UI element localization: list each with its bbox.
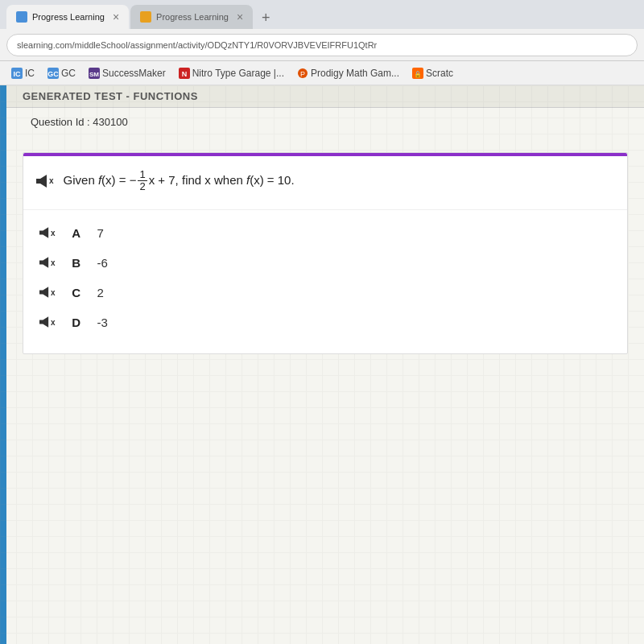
address-bar: slearning.com/middleSchool/assignment/ac…	[0, 29, 644, 61]
option-a-value: 7	[97, 226, 104, 240]
svg-text:P: P	[300, 70, 305, 78]
bookmark-prodigy-icon: P	[297, 68, 308, 79]
svg-marker-12	[36, 175, 47, 188]
svg-marker-15	[39, 287, 48, 298]
question-id-value: 430100	[93, 116, 127, 128]
svg-text:SM: SM	[89, 71, 99, 78]
question-suffix: x + 7, find x when f(x) = 10.	[149, 173, 295, 187]
bookmark-prodigy-label: Prodigy Math Gam...	[311, 68, 399, 79]
option-c-speaker-icon	[39, 287, 49, 298]
tab-close-1[interactable]: ×	[113, 10, 119, 23]
tab-label-1: Progress Learning	[32, 12, 105, 22]
question-speaker-button[interactable]: x	[36, 175, 54, 188]
svg-text:N: N	[181, 70, 187, 78]
option-b-speaker[interactable]: x	[39, 257, 56, 268]
tab-bar: Progress Learning × Progress Learning × …	[0, 0, 644, 29]
svg-text:IC: IC	[14, 70, 22, 78]
bookmark-nitrotype-icon: N	[179, 68, 190, 79]
svg-text:🔒: 🔒	[414, 70, 422, 78]
bookmark-gc-icon: GC	[47, 68, 59, 79]
option-row-a[interactable]: x A 7	[39, 218, 611, 248]
option-a-speaker[interactable]: x	[39, 227, 56, 238]
option-a-letter: A	[68, 226, 85, 240]
left-accent-stripe	[0, 85, 6, 644]
tab-1[interactable]: Progress Learning ×	[6, 5, 129, 29]
bookmark-scratch-icon: 🔒	[412, 68, 423, 79]
page-content: GENERATED TEST - Functions Question Id :…	[0, 85, 644, 644]
bookmark-successmaker-icon: SM	[89, 68, 100, 79]
tab-close-2[interactable]: ×	[237, 10, 243, 23]
svg-marker-16	[39, 316, 48, 328]
question-prefix: Given f(x) = −	[64, 173, 137, 187]
fraction-numerator: 1	[138, 169, 147, 181]
url-field[interactable]: slearning.com/middleSchool/assignment/ac…	[6, 34, 638, 56]
tab-label-2: Progress Learning	[156, 12, 229, 22]
speaker-icon	[36, 175, 47, 188]
option-d-value: -3	[97, 316, 108, 329]
bookmark-prodigy[interactable]: P Prodigy Math Gam...	[292, 66, 404, 80]
bookmark-ic-icon: IC	[11, 68, 23, 79]
content-inner: GENERATED TEST - Functions Question Id :…	[6, 85, 644, 644]
bookmark-scratch-label: Scratc	[426, 68, 453, 79]
option-a-x: x	[51, 229, 56, 237]
bookmark-ic[interactable]: IC IC	[6, 66, 39, 80]
option-d-letter: D	[68, 316, 85, 329]
option-d-speaker[interactable]: x	[39, 316, 56, 328]
bookmark-gc[interactable]: GC GC	[43, 66, 80, 80]
option-row-b[interactable]: x B -6	[39, 248, 611, 278]
page-title: GENERATED TEST - Functions	[6, 85, 644, 108]
bookmark-nitrotype[interactable]: N Nitro Type Garage |...	[174, 66, 289, 80]
fraction-denominator: 2	[138, 181, 147, 192]
bookmark-successmaker[interactable]: SM SuccessMaker	[84, 66, 171, 80]
fraction: 12	[138, 169, 147, 193]
tab-favicon-2	[140, 11, 151, 23]
option-row-c[interactable]: x C 2	[39, 278, 611, 308]
tab-favicon-1	[16, 11, 27, 23]
option-d-x: x	[51, 318, 56, 327]
bookmark-successmaker-label: SuccessMaker	[102, 68, 166, 79]
option-b-x: x	[51, 258, 56, 267]
option-c-value: 2	[97, 286, 104, 299]
bookmark-scratch[interactable]: 🔒 Scratc	[407, 66, 458, 80]
bookmark-gc-label: GC	[61, 68, 76, 79]
option-b-value: -6	[97, 256, 108, 270]
speaker-x-mark: x	[49, 176, 54, 185]
option-b-speaker-icon	[39, 257, 49, 268]
bookmark-ic-label: IC	[25, 68, 35, 79]
question-card: x Given f(x) = −12x + 7, find x when f(x…	[23, 152, 628, 354]
options-area: x A 7 x B -6	[23, 210, 627, 353]
option-a-speaker-icon	[39, 227, 49, 238]
browser-window: Progress Learning × Progress Learning × …	[0, 0, 644, 644]
bookmarks-bar: IC IC GC GC SM SuccessMaker N Nitro Type…	[0, 61, 644, 85]
option-c-letter: C	[68, 286, 85, 299]
option-d-speaker-icon	[39, 316, 49, 328]
add-tab-button[interactable]: +	[254, 6, 277, 29]
bookmark-nitrotype-label: Nitro Type Garage |...	[192, 68, 284, 79]
question-id-row: Question Id : 430100	[6, 108, 644, 136]
option-c-speaker[interactable]: x	[39, 287, 56, 298]
svg-text:GC: GC	[47, 70, 59, 78]
option-row-d[interactable]: x D -3	[39, 308, 611, 337]
question-text: Given f(x) = −12x + 7, find x when f(x) …	[64, 169, 295, 193]
question-id-label: Question Id :	[31, 116, 90, 128]
option-c-x: x	[51, 288, 56, 297]
question-row: x Given f(x) = −12x + 7, find x when f(x…	[23, 156, 627, 210]
tab-2[interactable]: Progress Learning ×	[130, 5, 253, 29]
option-b-letter: B	[68, 256, 85, 270]
svg-marker-13	[39, 227, 48, 238]
svg-marker-14	[39, 257, 48, 268]
